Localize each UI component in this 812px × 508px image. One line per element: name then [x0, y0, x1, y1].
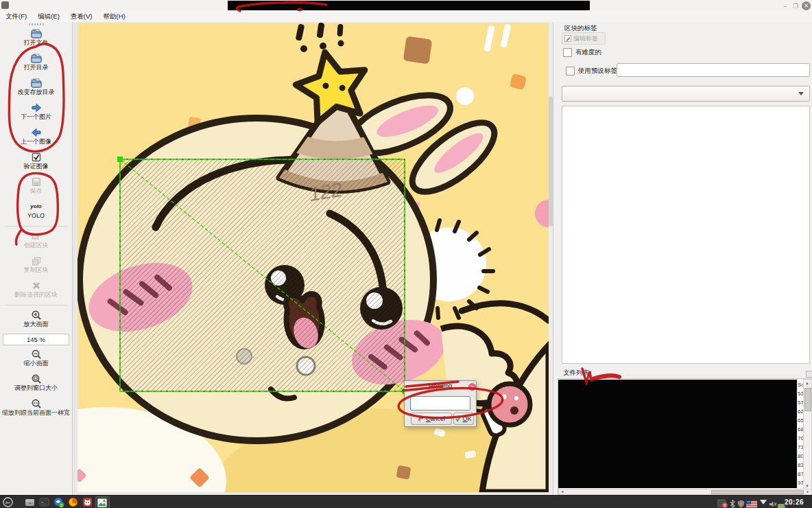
menu-help[interactable]: 帮助(H): [97, 12, 130, 21]
file-list-vscrollbar[interactable]: ▲ ▼: [803, 379, 812, 490]
terminal-icon[interactable]: >_: [39, 497, 49, 507]
svg-text:>_: >_: [41, 500, 47, 505]
toolbar-label: 改变存放目录: [18, 89, 55, 96]
use-default-label-text: 使用预设标签: [578, 67, 617, 76]
mint-menu-button[interactable]: lm: [3, 497, 13, 507]
fit-width-button[interactable]: 缩放到跟当前画面一样宽: [0, 397, 72, 419]
file-list-header: 文件列表: [563, 369, 589, 378]
duplicate-rectbox-button[interactable]: 复制区块: [0, 255, 72, 277]
label-list[interactable]: [562, 106, 810, 364]
annotation-image: 122: [77, 23, 549, 495]
open-dir-button[interactable]: 打开目录: [0, 52, 72, 74]
label-name-input[interactable]: [410, 396, 470, 411]
toolbar-label: 打开文件: [24, 39, 49, 47]
folder-icon: [31, 27, 42, 39]
zoom-out-button[interactable]: 缩小画面: [0, 348, 72, 370]
use-default-label-checkbox[interactable]: [566, 67, 575, 76]
label-combobox[interactable]: [562, 86, 810, 102]
fit-window-button[interactable]: 调整到窗口大小: [0, 373, 72, 395]
toolbar-label: 下一个图片: [21, 113, 51, 121]
toolbar-label: 放大画面: [24, 321, 49, 328]
menu-bar: 文件(F) 编辑(E) 查看(V) 帮助(H): [0, 11, 812, 23]
svg-text:5: 5: [724, 503, 726, 507]
verify-image-button[interactable]: 验证图像: [0, 151, 72, 173]
labelimg-task-button[interactable]: [95, 496, 110, 508]
next-image-button[interactable]: 下一个图片: [0, 102, 72, 124]
menu-edit[interactable]: 编辑(E): [32, 12, 65, 21]
delete-rectbox-button[interactable]: 删除选择的区块: [0, 279, 72, 301]
file-list-hscrollbar[interactable]: ◂ ▸: [558, 489, 812, 495]
create-box-icon: [31, 230, 42, 242]
selection-box[interactable]: [117, 157, 408, 395]
firefox-icon[interactable]: [68, 497, 78, 507]
dialog-close-icon[interactable]: ✕: [468, 383, 476, 391]
clock[interactable]: 20:26: [785, 498, 804, 506]
file-list[interactable]: Sc 53 57 62 65 68 70 73 80 83 87 97 ▲ ▼ …: [558, 378, 812, 495]
bluetooth-icon[interactable]: [730, 498, 735, 508]
close-button[interactable]: ✕: [802, 1, 811, 10]
yolo-format-icon: yolo: [30, 200, 41, 212]
change-save-dir-button[interactable]: 改变存放目录: [0, 77, 72, 99]
save-button[interactable]: 保存: [0, 176, 72, 198]
toolbar-label: 打开目录: [24, 64, 49, 71]
menu-view[interactable]: 查看(V): [65, 12, 98, 21]
arrow-right-icon: [31, 102, 42, 113]
chat-app-icon[interactable]: 3: [53, 497, 64, 507]
difficult-label: 有难度的: [575, 48, 601, 57]
selection-handle-tl: [117, 157, 123, 162]
labelimg-window: – ❐ ✕ 文件(F) 编辑(E) 查看(V) 帮助(H) 打开文件 打开目录 …: [0, 0, 812, 508]
dialog-title: labelImg: [405, 382, 476, 389]
file-manager-icon[interactable]: [25, 497, 35, 507]
toolbar-label: 创建区块: [24, 242, 49, 249]
menu-file[interactable]: 文件(F): [0, 12, 32, 21]
toolbar-label: 验证图像: [24, 163, 49, 170]
open-file-button[interactable]: 打开文件: [0, 27, 72, 49]
float-dock-icon[interactable]: [806, 371, 812, 378]
taskbar: lm >_ 3 5: [0, 495, 812, 508]
toolbar-separator: [5, 305, 68, 305]
volume-muted-icon[interactable]: [769, 498, 777, 508]
edit-label-button[interactable]: 编辑标签: [562, 32, 606, 45]
toolbar-label: 缩放到跟当前画面一样宽: [2, 409, 70, 417]
arrow-left-icon: [31, 126, 42, 138]
toolbar-label: 复制区块: [24, 266, 49, 274]
canvas[interactable]: 122: [73, 22, 553, 495]
red-app-icon[interactable]: [82, 497, 93, 507]
toolbar-label: 删除选择的区块: [14, 291, 58, 299]
title-bar: – ❐ ✕: [0, 0, 812, 12]
keyboard-layout-flag-icon[interactable]: [746, 498, 757, 508]
hscroll-thumb[interactable]: [711, 490, 804, 494]
svg-text:3: 3: [60, 503, 62, 507]
labelimg-app-icon: [97, 498, 107, 507]
ok-button[interactable]: OK: [453, 413, 474, 425]
toolbar-drag-handle[interactable]: [29, 23, 44, 25]
toolbar-label: 保存: [30, 187, 43, 195]
default-label-input[interactable]: [617, 63, 810, 77]
update-manager-icon[interactable]: 5: [717, 498, 728, 508]
delete-cross-icon: [31, 279, 42, 291]
fit-window-icon: [31, 373, 42, 384]
checkbox-check-icon: [31, 151, 42, 163]
zoom-value-box[interactable]: 145 %: [3, 334, 69, 345]
zoom-in-button[interactable]: 放大画面: [0, 309, 72, 331]
network-icon[interactable]: [760, 500, 767, 505]
undo-arrow-icon: [418, 416, 425, 422]
prev-image-button[interactable]: 上一个图像: [0, 126, 72, 148]
zoom-out-icon: [31, 348, 42, 360]
fit-width-icon: [31, 397, 42, 409]
chevron-down-icon: [798, 92, 804, 95]
difficult-checkbox[interactable]: [563, 48, 572, 57]
minimize-button[interactable]: –: [782, 3, 789, 10]
restore-button[interactable]: ❐: [792, 3, 799, 10]
toolbar-label: 缩小画面: [24, 360, 49, 367]
zoom-in-icon: [31, 309, 42, 321]
cancel-button[interactable]: Cancel: [411, 413, 452, 425]
vscroll-thumb[interactable]: [804, 388, 811, 411]
format-yolo-button[interactable]: yolo YOLO: [0, 200, 72, 222]
labelimg-dialog: labelImg ✕ Cancel OK: [404, 380, 477, 427]
left-toolbar: 打开文件 打开目录 改变存放目录 下一个图片 上一个图像 验证图像: [0, 22, 73, 495]
create-rectbox-button[interactable]: 创建区块: [0, 230, 72, 252]
shield-icon[interactable]: [737, 498, 745, 508]
app-icon: [1, 1, 9, 9]
check-icon: [455, 416, 461, 422]
